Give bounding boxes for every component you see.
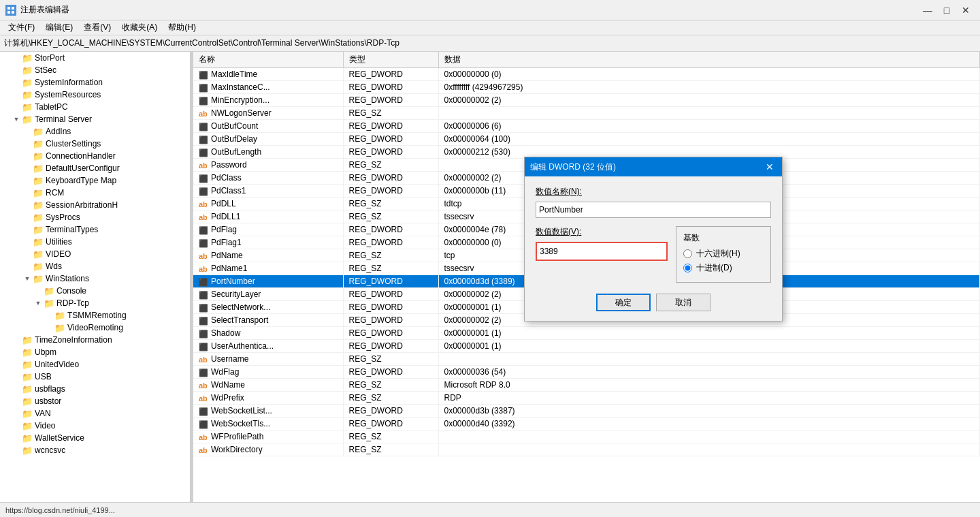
tree-item[interactable]: 📁Ubpm: [0, 346, 190, 358]
tree-item[interactable]: 📁usbstor: [0, 395, 190, 407]
maximize-button[interactable]: □: [938, 3, 956, 17]
confirm-button[interactable]: 确定: [596, 294, 651, 311]
reg-type-cell: REG_SZ: [343, 379, 438, 392]
tree-toggle-icon: [22, 151, 33, 161]
table-row[interactable]: abWorkDirectoryREG_SZ: [193, 443, 980, 456]
reg-type-cell: REG_SZ: [343, 353, 438, 366]
reg-data-cell: [438, 430, 980, 443]
tree-item[interactable]: 📁DefaultUserConfigur: [0, 162, 190, 174]
reg-data-cell: 0xffffffff (4294967295): [438, 81, 980, 94]
title-bar-left: 注册表编辑器: [5, 4, 69, 16]
reg-data-cell: 0x00000000 (0): [438, 68, 980, 81]
reg-name-cell: ⬛PdFlag: [193, 223, 343, 236]
tree-toggle-icon: [11, 371, 22, 382]
reg-type-cell: REG_DWORD: [343, 81, 438, 94]
tree-item[interactable]: 📁UnitedVideo: [0, 358, 190, 371]
table-row[interactable]: abUsernameREG_SZ: [193, 353, 980, 366]
tree-item[interactable]: 📁SysProcs: [0, 211, 190, 223]
dword-icon: ⬛: [199, 304, 208, 312]
tree-item[interactable]: 📁KeyboardType Map: [0, 174, 190, 187]
hex-radio-label[interactable]: 十六进制(H): [683, 248, 764, 260]
table-row[interactable]: ⬛OutBufDelayREG_DWORD0x00000064 (100): [193, 133, 980, 146]
table-row[interactable]: abWdPrefixREG_SZRDP: [193, 392, 980, 405]
tree-item[interactable]: 📁VideoRemoting: [0, 322, 190, 334]
menu-item[interactable]: 收藏夹(A): [116, 20, 163, 35]
dword-icon: ⬛: [199, 123, 208, 131]
tree-item[interactable]: ▼📁Terminal Server: [0, 113, 190, 125]
tree-toggle-icon: [33, 285, 44, 296]
table-row[interactable]: ⬛MaxIdleTimeREG_DWORD0x00000000 (0): [193, 68, 980, 81]
tree-item[interactable]: 📁RCM: [0, 187, 190, 199]
hex-radio[interactable]: [683, 249, 692, 258]
table-row[interactable]: ⬛UserAuthentica...REG_DWORD0x00000001 (1…: [193, 340, 980, 353]
table-row[interactable]: ⬛WdFlagREG_DWORD0x00000036 (54): [193, 366, 980, 379]
value-input[interactable]: [536, 242, 668, 261]
reg-data-cell: Microsoft RDP 8.0: [438, 379, 980, 392]
tree-item[interactable]: 📁TimeZoneInformation: [0, 334, 190, 346]
tree-item[interactable]: 📁wcncsvc: [0, 444, 190, 456]
menu-item[interactable]: 编辑(E): [40, 20, 78, 35]
menu-item[interactable]: 文件(F): [3, 20, 40, 35]
tree-label: TSMMRemoting: [67, 311, 127, 320]
name-input[interactable]: [536, 202, 771, 218]
tree-item[interactable]: 📁Utilities: [0, 236, 190, 248]
tree-label: USB: [35, 372, 52, 381]
reg-type-cell: REG_DWORD: [343, 120, 438, 133]
table-row[interactable]: abWdNameREG_SZMicrosoft RDP 8.0: [193, 379, 980, 392]
folder-icon: 📁: [22, 421, 33, 430]
tree-item[interactable]: 📁Wds: [0, 260, 190, 272]
tree-item[interactable]: 📁AddIns: [0, 125, 190, 138]
table-row[interactable]: ⬛ShadowREG_DWORD0x00000001 (1): [193, 327, 980, 340]
table-row[interactable]: abNWLogonServerREG_SZ: [193, 107, 980, 120]
table-row[interactable]: ⬛OutBufCountREG_DWORD0x00000006 (6): [193, 120, 980, 133]
tree-item[interactable]: 📁ConnectionHandler: [0, 150, 190, 162]
folder-icon: 📁: [22, 372, 33, 381]
tree-item[interactable]: 📁TSMMRemoting: [0, 309, 190, 322]
tree-item[interactable]: 📁SystemResources: [0, 89, 190, 101]
tree-item[interactable]: 📁StorPort: [0, 52, 190, 64]
minimize-button[interactable]: —: [919, 3, 936, 17]
tree-item[interactable]: 📁WalletService: [0, 432, 190, 444]
folder-icon: 📁: [33, 237, 44, 247]
reg-name-cell: abWorkDirectory: [193, 443, 343, 456]
tree-item[interactable]: 📁VAN: [0, 407, 190, 420]
tree-item[interactable]: 📁SystemInformation: [0, 76, 190, 89]
tree-item[interactable]: ▼📁RDP-Tcp: [0, 297, 190, 309]
tree-label: SystemResources: [35, 90, 101, 99]
dec-radio[interactable]: [683, 264, 692, 272]
reg-name-cell: abNWLogonServer: [193, 107, 343, 120]
tree-item[interactable]: 📁Video: [0, 420, 190, 432]
dialog-row: 数值数据(V): 基数 十六进制(H) 十进制(D): [536, 226, 771, 283]
tree-toggle-icon: [22, 261, 33, 272]
dword-icon: ⬛: [199, 330, 208, 338]
tree-toggle-icon: [22, 224, 33, 235]
tree-item[interactable]: 📁VIDEO: [0, 248, 190, 260]
dialog-close-button[interactable]: ✕: [763, 160, 777, 174]
tree-item[interactable]: 📁usbflags: [0, 383, 190, 395]
tree-item[interactable]: 📁TabletPC: [0, 101, 190, 113]
menu-item[interactable]: 查看(V): [78, 20, 116, 35]
tree-panel[interactable]: 📁StorPort📁StSec📁SystemInformation📁System…: [0, 52, 191, 502]
table-row[interactable]: ⬛MaxInstanceC...REG_DWORD0xffffffff (429…: [193, 81, 980, 94]
menu-item[interactable]: 帮助(H): [163, 20, 201, 35]
cancel-button[interactable]: 取消: [656, 294, 710, 311]
table-row[interactable]: ⬛MinEncryption...REG_DWORD0x00000002 (2): [193, 94, 980, 107]
close-button[interactable]: ✕: [957, 3, 975, 17]
dec-radio-label[interactable]: 十进制(D): [683, 262, 764, 274]
table-row[interactable]: ⬛WebSocketTls...REG_DWORD0x00000d40 (339…: [193, 418, 980, 430]
reg-name-cell: ⬛OutBufDelay: [193, 133, 343, 146]
tree-item[interactable]: 📁SessionArbitrationH: [0, 199, 190, 211]
sz-icon: ab: [199, 433, 208, 441]
reg-type-cell: REG_DWORD: [343, 146, 438, 159]
tree-toggle-icon: [11, 396, 22, 407]
table-row[interactable]: ⬛WebSocketList...REG_DWORD0x00000d3b (33…: [193, 405, 980, 418]
tree-item[interactable]: ▼📁WinStations: [0, 272, 190, 285]
svg-rect-2: [7, 11, 10, 14]
tree-item[interactable]: 📁Console: [0, 285, 190, 297]
tree-item[interactable]: 📁USB: [0, 371, 190, 383]
tree-item[interactable]: 📁ClusterSettings: [0, 138, 190, 150]
tree-item[interactable]: 📁StSec: [0, 64, 190, 76]
dword-icon: ⬛: [199, 278, 208, 286]
table-row[interactable]: abWFProfilePathREG_SZ: [193, 430, 980, 443]
tree-item[interactable]: 📁TerminalTypes: [0, 223, 190, 236]
